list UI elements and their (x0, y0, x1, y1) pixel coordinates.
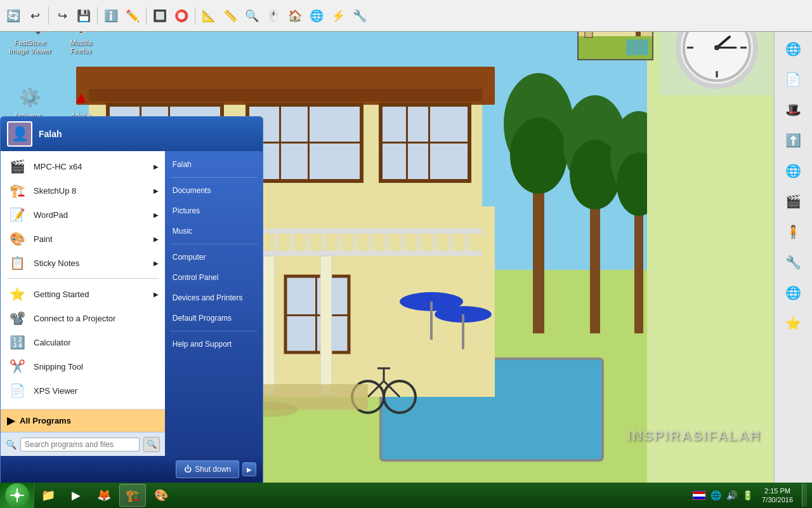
menu-item-mpc-hc[interactable]: 🎬 MPC-HC x64 (1, 154, 165, 178)
battery-tray-icon[interactable]: 🔋 (741, 489, 754, 502)
activator-icon: ⚙️ (18, 84, 43, 110)
toolbar-icon-1[interactable]: ↩ (25, 6, 45, 26)
calculator-icon: 🔢 (7, 332, 27, 352)
paint-icon: 🎨 (7, 229, 27, 249)
right-item-control-panel[interactable]: Control Panel (165, 267, 263, 288)
toolbar-icon-12[interactable]: 🏠 (285, 6, 305, 26)
taskbar-explorer[interactable]: 📁 (36, 484, 61, 507)
toolbar-icon-2[interactable]: ↪ (52, 6, 72, 26)
toolbar-icon-7[interactable]: ⭕ (171, 6, 192, 26)
toolbar-icon-6[interactable]: 🔲 (150, 6, 170, 26)
svg-rect-7 (89, 89, 482, 102)
right-separator-1 (170, 177, 258, 178)
volume-tray-icon[interactable]: 🔊 (725, 489, 738, 502)
svg-rect-19 (381, 142, 469, 144)
toolbar-icon-11[interactable]: 🖱️ (263, 6, 284, 26)
right-devices-label: Devices and Printers (173, 293, 243, 302)
sidebar-globe-1[interactable]: 🌐 (780, 35, 808, 63)
taskbar-firefox[interactable]: 🦊 (91, 484, 117, 507)
right-item-documents[interactable]: Documents (165, 180, 263, 201)
sidebar-globe-3[interactable]: 🌐 (780, 279, 808, 307)
menu-item-sticky[interactable]: 📋 Sticky Notes (1, 251, 165, 275)
tray-time: 2:15 PM (762, 486, 793, 495)
toolbar-icon-9[interactable]: 📏 (220, 6, 240, 26)
mpc-hc-label: MPC-HC x64 (34, 162, 82, 171)
right-item-pictures[interactable]: Pictures (165, 201, 263, 221)
right-item-computer[interactable]: Computer (165, 247, 263, 267)
xps-label: XPS Viewer (34, 386, 77, 396)
mpc-hc-icon: 🎬 (7, 156, 27, 177)
toolbar-icon-8[interactable]: 📐 (199, 6, 219, 26)
taskbar-media[interactable]: ▶ (63, 484, 89, 507)
right-item-default[interactable]: Default Programs (165, 308, 263, 328)
sidebar-doc[interactable]: 📄 (780, 65, 808, 93)
left-panel-top: 🎬 MPC-HC x64 🏗️ SketchUp 8 📝 WordPad 🎨 P… (1, 151, 165, 409)
shutdown-icon: ⏻ (184, 465, 192, 474)
start-menu-body: 🎬 MPC-HC x64 🏗️ SketchUp 8 📝 WordPad 🎨 P… (1, 151, 263, 456)
right-music-label: Music (173, 227, 192, 236)
clock-tray[interactable]: 2:15 PM 7/30/2016 (757, 486, 798, 505)
taskbar: 📁 ▶ 🦊 🏗️ 🎨 🌐 🔊 🔋 2:15 PM 7/30/2016 (0, 483, 812, 508)
menu-item-wordpad[interactable]: 📝 WordPad (1, 203, 165, 227)
flag-icon (693, 491, 705, 500)
sidebar-star[interactable]: ⭐ (780, 309, 808, 337)
svg-point-99 (714, 45, 719, 50)
all-programs-label: All Programs (20, 416, 71, 425)
sidebar-film[interactable]: 🎬 (780, 187, 808, 215)
start-menu-footer: ⏻ Shut down ▶ (1, 456, 263, 483)
sidebar-hat[interactable]: 🎩 (780, 96, 808, 124)
right-separator-2 (170, 244, 258, 244)
network-tray-icon[interactable]: 🌐 (709, 489, 723, 502)
sketchup-icon: 🏗️ (7, 180, 27, 201)
menu-item-sketchup[interactable]: 🏗️ SketchUp 8 (1, 178, 165, 203)
shutdown-button[interactable]: ⏻ Shut down (176, 460, 239, 478)
toolbar-icon-13[interactable]: 🌐 (306, 6, 327, 26)
toolbar-icon-3[interactable]: 💾 (74, 6, 94, 26)
start-button[interactable] (0, 483, 34, 508)
sidebar-figure[interactable]: 🧍 (780, 218, 808, 246)
sidebar-wrench[interactable]: 🔧 (780, 248, 808, 276)
flag-tray-icon[interactable] (691, 490, 707, 501)
toolbar-icon-15[interactable]: 🔧 (350, 6, 370, 26)
toolbar-icon-0[interactable]: 🔄 (3, 6, 23, 26)
show-desktop-button[interactable] (802, 484, 807, 507)
tray-date: 7/30/2016 (762, 495, 793, 504)
all-programs-item[interactable]: ▶ All Programs (1, 409, 165, 432)
xps-icon: 📄 (7, 380, 27, 401)
sticky-icon: 📋 (7, 253, 27, 273)
shutdown-label: Shut down (195, 465, 231, 474)
paint-label: Paint (34, 234, 53, 244)
right-item-devices[interactable]: Devices and Printers (165, 288, 263, 308)
toolbar-sep-1 (48, 7, 49, 25)
toolbar-icon-4[interactable]: ℹ️ (101, 6, 121, 26)
snipping-icon: ✂️ (7, 356, 27, 377)
sidebar-arrow-up[interactable]: ⬆️ (780, 126, 808, 154)
toolbar-sep-5 (146, 7, 147, 25)
toolbar-icon-10[interactable]: 🔍 (242, 6, 262, 26)
shutdown-arrow-button[interactable]: ▶ (242, 462, 256, 476)
right-item-music[interactable]: Music (165, 221, 263, 241)
toolbar-icon-14[interactable]: ⚡ (328, 6, 348, 26)
menu-item-getting-started[interactable]: ⭐ Getting Started (1, 282, 165, 306)
taskbar-sketchup[interactable]: 🏗️ (119, 484, 146, 507)
toolbar-icon-5[interactable]: ✏️ (122, 6, 143, 26)
menu-item-paint[interactable]: 🎨 Paint (1, 227, 165, 251)
menu-item-snipping[interactable]: ✂️ Snipping Tool (1, 354, 165, 378)
toolbar-sep-3 (97, 7, 98, 25)
start-menu: 👤 Falah 🎬 MPC-HC x64 🏗️ SketchUp 8 📝 (0, 116, 263, 483)
menu-item-calculator[interactable]: 🔢 Calculator (1, 330, 165, 354)
right-item-help[interactable]: Help and Support (165, 334, 263, 354)
right-pictures-label: Pictures (173, 206, 200, 215)
svg-point-101 (15, 493, 20, 498)
right-item-falah[interactable]: Falah (165, 154, 263, 175)
search-button[interactable]: 🔍 (143, 437, 160, 452)
svg-rect-86 (626, 39, 648, 55)
right-falah-label: Falah (173, 160, 192, 169)
search-input[interactable] (20, 438, 140, 451)
menu-item-xps[interactable]: 📄 XPS Viewer (1, 378, 165, 403)
sidebar-globe-2[interactable]: 🌐 (780, 157, 808, 185)
right-control-label: Control Panel (173, 273, 219, 282)
taskbar-paint[interactable]: 🎨 (148, 484, 174, 507)
menu-item-projector[interactable]: 📽️ Connect to a Projector (1, 306, 165, 330)
right-computer-label: Computer (173, 253, 206, 262)
